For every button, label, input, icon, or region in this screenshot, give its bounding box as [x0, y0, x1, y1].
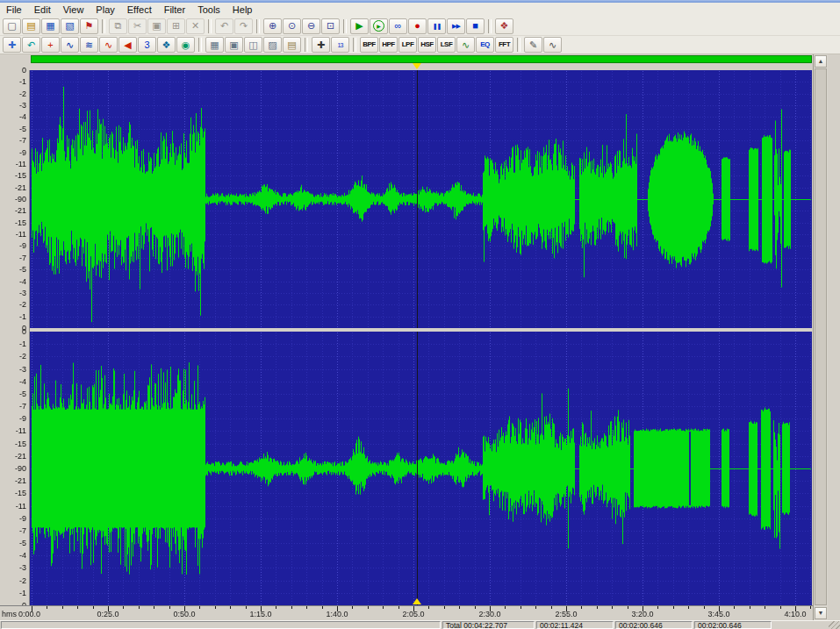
delete-icon: ✕: [191, 21, 199, 31]
status-total: Total 00:04:22.707: [442, 621, 535, 629]
scroll-up-button[interactable]: ▲: [815, 55, 827, 68]
toolbar-separator: [198, 38, 202, 52]
redo-icon: ↷: [240, 21, 248, 31]
smooth-icon: ∿: [462, 40, 470, 50]
resize-grip[interactable]: [829, 621, 840, 629]
lpf-button[interactable]: LPF: [398, 37, 417, 53]
vertical-scrollbar[interactable]: ▲ ▼: [813, 54, 828, 620]
preset-4-button[interactable]: ▨: [263, 37, 282, 53]
speaker-button[interactable]: ◀: [118, 37, 137, 53]
menu-item-edit[interactable]: Edit: [28, 3, 57, 17]
save-file-button[interactable]: ▦: [41, 18, 60, 34]
zoom-out-button[interactable]: ⊖: [302, 18, 320, 34]
channel-13-button[interactable]: 13: [331, 37, 349, 53]
draw-tool-icon: ✎: [529, 40, 537, 50]
loop-icon: ∞: [395, 21, 402, 31]
scroll-down-button[interactable]: ▼: [815, 607, 827, 619]
open-file-button[interactable]: ▤: [22, 18, 40, 34]
preset-2-button[interactable]: ▣: [225, 37, 243, 53]
redo-button[interactable]: ↷: [234, 18, 253, 34]
preset-3-button[interactable]: ◫: [244, 37, 262, 53]
link-channels-button[interactable]: ❖: [157, 37, 176, 53]
control-device-button[interactable]: ❖: [495, 18, 513, 34]
menu-item-help[interactable]: Help: [226, 3, 259, 17]
waveform-canvas[interactable]: [0, 54, 813, 620]
menu-item-effect[interactable]: Effect: [121, 3, 158, 17]
undo-button[interactable]: ↶: [215, 18, 233, 34]
play-button[interactable]: ▶: [350, 18, 369, 34]
wave-marker-icon: ∿: [104, 40, 112, 50]
play-all-button[interactable]: ▶: [370, 18, 388, 34]
record-button[interactable]: ●: [408, 18, 427, 34]
menu-item-file[interactable]: File: [0, 3, 28, 17]
preset-1-button[interactable]: ▦: [205, 37, 224, 53]
bpf-button[interactable]: BPF: [360, 37, 378, 53]
toolbar-separator: [353, 38, 356, 52]
preset-3-icon: ◫: [248, 40, 257, 50]
device-3-button[interactable]: 3: [138, 37, 156, 53]
play-all-icon: ▶: [373, 20, 384, 32]
preset-5-button[interactable]: ▤: [283, 37, 301, 53]
file-properties-button[interactable]: ▧: [61, 18, 79, 34]
menu-item-filter[interactable]: Filter: [158, 3, 191, 17]
zoom-out-icon: ⊖: [307, 21, 315, 31]
maximize-view-icon: ✚: [8, 40, 16, 50]
session-flag-button[interactable]: ⚑: [80, 18, 98, 34]
equalizer-icon: EQ: [480, 41, 490, 48]
zoom-all-icon: ⊡: [327, 21, 334, 31]
speaker-icon: ◀: [124, 40, 131, 50]
scrollbar-thumb[interactable]: [815, 68, 827, 605]
stop-icon: ■: [472, 21, 478, 31]
maximize-view-button[interactable]: ✚: [3, 37, 21, 53]
toolbar-effects: ✚↶+∿≋∿◀3❖◉▦▣◫▨▤✚13BPFHPFLPFHSFLSF∿EQFFT✎…: [0, 36, 840, 54]
copy-button[interactable]: ⧉: [109, 18, 127, 34]
draw-tool-button[interactable]: ✎: [524, 37, 542, 53]
cue-marker-button[interactable]: ✚: [312, 37, 330, 53]
file-properties-icon: ▧: [65, 21, 74, 31]
marker-add-button[interactable]: +: [41, 37, 60, 53]
preset-1-icon: ▦: [210, 40, 219, 50]
new-file-button[interactable]: ▢: [3, 18, 21, 34]
hsf-button[interactable]: HSF: [418, 37, 436, 53]
lsf-button[interactable]: LSF: [437, 37, 456, 53]
toolbar-separator: [517, 38, 521, 52]
status-selection: 00:02:00.646: [615, 621, 693, 629]
arrow-up-icon: ▲: [818, 58, 824, 64]
cue-marker-icon: ✚: [317, 40, 325, 50]
smooth-button[interactable]: ∿: [456, 37, 475, 53]
wave-stats-button[interactable]: ∿: [61, 37, 79, 53]
wave-grid-button[interactable]: ≋: [80, 37, 98, 53]
session-flag-icon: ⚑: [85, 21, 94, 31]
cut-button[interactable]: ✂: [128, 18, 147, 34]
menu-item-view[interactable]: View: [57, 3, 90, 17]
status-view: 00:02:00.646: [694, 621, 772, 629]
bpf-icon: BPF: [363, 41, 376, 48]
wave-marker-button[interactable]: ∿: [99, 37, 118, 53]
paste-button[interactable]: ▣: [147, 18, 166, 34]
status-message-area: [1, 621, 441, 629]
delete-button[interactable]: ✕: [186, 18, 205, 34]
forward-icon: ▶▶: [452, 23, 460, 29]
pause-icon: ❚❚: [433, 23, 442, 29]
restore-view-button[interactable]: ↶: [22, 37, 40, 53]
mix-button[interactable]: ⊞: [167, 18, 185, 34]
menu-item-tools[interactable]: Tools: [191, 3, 226, 17]
zoom-all-button[interactable]: ⊡: [321, 18, 340, 34]
app-window: FileEditViewPlayEffectFilterToolsHelp ▢▤…: [0, 0, 840, 629]
stop-button[interactable]: ■: [466, 18, 485, 34]
menu-item-play[interactable]: Play: [90, 3, 120, 17]
forward-button[interactable]: ▶▶: [447, 18, 465, 34]
copy-icon: ⧉: [115, 21, 122, 31]
marker-add-icon: +: [47, 40, 53, 50]
pause-button[interactable]: ❚❚: [427, 18, 446, 34]
zoom-in-button[interactable]: ⊕: [263, 18, 282, 34]
envelope-tool-button[interactable]: ∿: [543, 37, 562, 53]
new-file-icon: ▢: [7, 21, 16, 31]
fft-button[interactable]: FFT: [495, 37, 513, 53]
equalizer-button[interactable]: EQ: [476, 37, 494, 53]
loop-button[interactable]: ∞: [389, 18, 407, 34]
monitor-level-button[interactable]: ◉: [176, 37, 195, 53]
toolbar-separator: [343, 19, 347, 33]
hpf-button[interactable]: HPF: [379, 37, 398, 53]
zoom-selection-button[interactable]: ⊙: [283, 18, 301, 34]
